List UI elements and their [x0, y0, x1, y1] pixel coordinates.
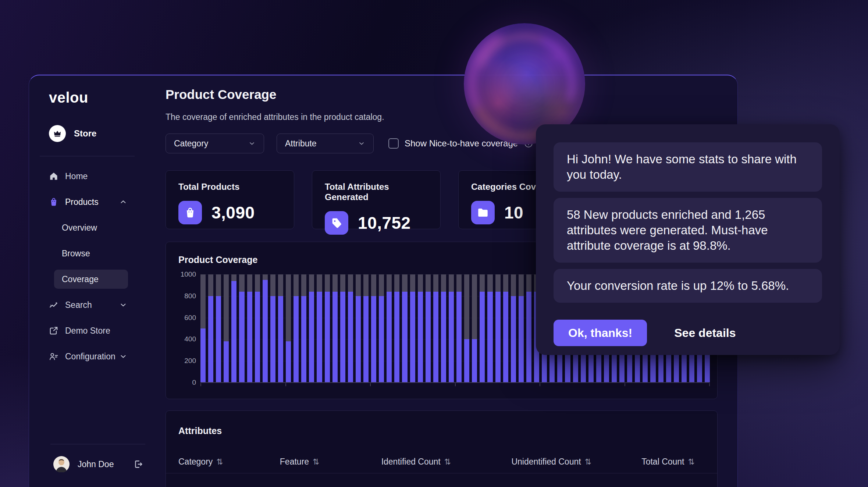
sidebar-item-products[interactable]: Products	[40, 192, 128, 211]
sort-icon[interactable]: ⇅	[585, 457, 591, 467]
chart-bar	[309, 274, 314, 383]
chevron-down-icon	[248, 140, 256, 147]
store-label: Store	[74, 128, 96, 139]
chart-title: Product Coverage	[178, 255, 257, 265]
chart-bar	[519, 274, 524, 383]
chart-bar	[503, 274, 508, 383]
attribute-select-value: Attribute	[285, 139, 317, 149]
y-axis-tick-label: 1000	[181, 270, 196, 278]
sidebar-footer: John Doe	[50, 444, 145, 472]
chart-bar	[278, 274, 283, 383]
sidebar-item-label: Coverage	[62, 274, 99, 284]
user-settings-icon	[49, 352, 58, 361]
chart-bar	[216, 274, 221, 383]
chart-bar	[317, 274, 322, 383]
home-icon	[49, 171, 58, 181]
chart-x-axis-line	[200, 382, 710, 383]
sidebar-item-label: Search	[65, 300, 92, 310]
folder-icon	[471, 201, 495, 224]
chart-bar	[208, 274, 213, 383]
sidebar-item-browse[interactable]: Browse	[54, 244, 128, 263]
category-select-value: Category	[174, 139, 208, 149]
bag-icon	[49, 197, 58, 207]
chart-bar	[433, 274, 438, 383]
chart-bar	[472, 274, 477, 383]
stat-label: Total Products	[178, 182, 281, 192]
page: velou Store Home	[0, 0, 868, 487]
chart-bar	[301, 274, 306, 383]
store-selector[interactable]: Store	[40, 125, 154, 142]
chart-bar	[294, 274, 299, 383]
y-axis-tick-label: 200	[184, 357, 196, 365]
bag-icon	[178, 201, 202, 224]
sidebar-item-label: Demo Store	[65, 326, 110, 336]
stats-row: Total Products 3,090 Total Attributes Ge…	[166, 170, 587, 229]
sidebar-item-coverage[interactable]: Coverage	[54, 270, 128, 289]
sidebar-item-home[interactable]: Home	[40, 167, 128, 186]
chart-bar	[270, 274, 275, 383]
sort-icon[interactable]: ⇅	[216, 457, 223, 467]
chart-bar	[200, 274, 206, 383]
assistant-message: Hi John! We have some stats to share wit…	[554, 142, 822, 192]
filters-bar: Category Attribute Show Nice-to-have cov…	[166, 134, 533, 153]
sort-icon[interactable]: ⇅	[313, 457, 319, 467]
stat-card-total-products: Total Products 3,090	[166, 170, 294, 229]
chart-bar	[224, 274, 229, 383]
column-header-unidentified-count[interactable]: Unidentified Count⇅	[499, 457, 629, 467]
chart-bar	[371, 274, 376, 383]
sidebar-item-search[interactable]: Search	[40, 295, 128, 314]
sidebar: velou Store Home	[40, 75, 154, 487]
chevron-down-icon[interactable]	[119, 301, 127, 309]
sort-icon[interactable]: ⇅	[688, 457, 695, 467]
brand-logo: velou	[40, 89, 154, 106]
sidebar-item-label: Overview	[62, 223, 97, 233]
column-header-total-count[interactable]: Total Count⇅	[629, 457, 717, 467]
chart-bar	[441, 274, 446, 383]
tag-icon	[325, 211, 348, 235]
sidebar-item-configuration[interactable]: Configuration	[40, 347, 128, 366]
user-profile[interactable]: John Doe	[50, 456, 145, 472]
chart-bar	[418, 274, 423, 383]
sidebar-item-label: Home	[65, 171, 88, 181]
external-link-icon	[49, 326, 58, 335]
chart-y-axis: 02004006008001000	[170, 274, 196, 383]
user-name: John Doe	[78, 459, 114, 469]
chevron-up-icon[interactable]	[119, 198, 127, 206]
trend-sparkle-icon	[49, 300, 58, 310]
chart-bar	[255, 274, 260, 383]
category-select[interactable]: Category	[166, 134, 264, 153]
sidebar-nav: Home Products Overview Browse	[40, 167, 154, 366]
chart-bar	[387, 274, 392, 383]
chart-bar	[348, 274, 353, 383]
chevron-down-icon[interactable]	[119, 352, 127, 360]
sidebar-item-overview[interactable]: Overview	[54, 218, 128, 237]
table-row: Dresses neckline 973 (97.11%) 29	[166, 473, 717, 487]
assistant-actions: Ok, thanks! See details	[554, 320, 822, 346]
sort-icon[interactable]: ⇅	[444, 457, 451, 467]
sidebar-divider	[40, 156, 135, 156]
chart-bar	[356, 274, 361, 383]
chart-bar	[239, 274, 244, 383]
stat-label: Total Attributes Generated	[325, 182, 428, 202]
nice-to-have-checkbox[interactable]	[388, 138, 399, 149]
chart-bar	[480, 274, 485, 383]
sidebar-item-demo-store[interactable]: Demo Store	[40, 321, 128, 340]
column-header-feature[interactable]: Feature⇅	[267, 457, 369, 467]
see-details-button[interactable]: See details	[674, 326, 736, 340]
chart-bar	[426, 274, 431, 383]
ok-thanks-button[interactable]: Ok, thanks!	[554, 320, 647, 346]
chart-bar	[410, 274, 415, 383]
column-header-identified-count[interactable]: Identified Count⇅	[369, 457, 499, 467]
stat-card-total-attributes: Total Attributes Generated 10,752	[312, 170, 441, 229]
y-axis-tick-label: 600	[184, 314, 196, 322]
logout-icon[interactable]	[133, 459, 143, 469]
column-header-category[interactable]: Category⇅	[166, 457, 267, 467]
attribute-select[interactable]: Attribute	[277, 134, 374, 153]
chart-bar	[325, 274, 330, 383]
chart-bar	[363, 274, 369, 383]
stat-value: 10	[504, 203, 523, 223]
chart-bar	[487, 274, 492, 383]
sidebar-item-label: Configuration	[65, 352, 115, 362]
chart-bar	[332, 274, 338, 383]
chart-bar	[231, 274, 236, 383]
